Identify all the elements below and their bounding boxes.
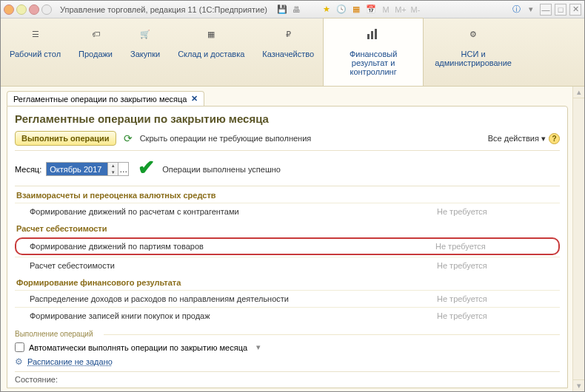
operations-list: Взаиморасчеты и переоценка валютных сред… (15, 186, 560, 324)
op-status: Не требуется (435, 242, 554, 251)
window-button[interactable] (16, 4, 27, 15)
dropdown-icon[interactable]: ▾ (525, 4, 537, 16)
section-fin-result[interactable]: Финансовый результат и контроллинг (323, 18, 424, 86)
section-sales[interactable]: 🏷 Продажи (70, 18, 121, 86)
section-purchases[interactable]: 🛒 Закупки (121, 18, 169, 86)
op-row[interactable]: Формирование движений по расчетам с конт… (15, 203, 560, 220)
refresh-icon[interactable]: ⟳ (122, 132, 134, 144)
tab-label: Регламентные операции по закрытию месяца (13, 95, 187, 104)
op-row[interactable]: Формирование записей книги покупок и про… (15, 307, 560, 324)
op-status: Не требуется (437, 207, 555, 216)
page-title: Регламентные операции по закрытию месяца (15, 112, 560, 125)
group-header: Формирование финансового результата (15, 274, 560, 290)
op-label: Формирование записей книги покупок и про… (30, 311, 437, 320)
op-row-highlighted[interactable]: Формирование движений по партиям товаров… (15, 237, 560, 255)
section-warehouse[interactable]: ▦ Склад и доставка (169, 18, 253, 86)
group-header: Взаиморасчеты и переоценка валютных сред… (15, 186, 560, 203)
status-label: Состояние: (15, 375, 58, 384)
gear-icon: ⚙ (465, 26, 481, 42)
tab-month-close[interactable]: Регламентные операции по закрытию месяца… (7, 91, 204, 106)
run-ops-button[interactable]: Выполнить операции (15, 131, 116, 146)
command-bar: Выполнить операции ⟳ Скрыть операции не … (15, 131, 560, 151)
separator (306, 4, 318, 16)
group-header: Расчет себестоимости (15, 220, 560, 236)
print-icon[interactable]: 🖶 (291, 4, 303, 16)
op-row[interactable]: Распределение доходов и расходов по напр… (15, 290, 560, 307)
gear-icon: ⚙ (15, 356, 23, 367)
op-row[interactable]: Расчет себестоимости Не требуется (15, 257, 560, 274)
m-minus-icon[interactable]: M- (410, 4, 421, 16)
m-icon[interactable]: M (380, 4, 392, 16)
window-button[interactable] (4, 4, 14, 15)
ruble-icon: ₽ (280, 26, 296, 42)
section-desktop[interactable]: ☰ Рабочий стол (1, 18, 70, 86)
minimize-button[interactable]: — (540, 4, 552, 16)
month-spinner[interactable]: ▲▼ (107, 163, 118, 175)
schedule-link[interactable]: Расписание не задано (27, 357, 113, 366)
boxes-icon: ▦ (203, 26, 219, 42)
op-status: Не требуется (437, 261, 555, 270)
op-label: Формирование движений по партиям товаров (30, 242, 435, 251)
op-label: Расчет себестоимости (30, 261, 437, 270)
month-choose-button[interactable]: … (118, 163, 128, 175)
op-label: Распределение доходов и расходов по напр… (30, 294, 437, 303)
page-body: Регламентные операции по закрытию месяца… (7, 106, 568, 388)
op-status: Не требуется (437, 294, 555, 303)
m-plus-icon[interactable]: M+ (395, 4, 407, 16)
info-icon[interactable]: ⓘ (510, 4, 522, 16)
content-area: ▴ ▾ Регламентные операции по закрытию ме… (1, 87, 584, 391)
dropdown-icon[interactable]: ▾ (256, 342, 261, 352)
save-icon[interactable]: 💾 (276, 4, 288, 16)
success-check-icon: ✔ (138, 155, 155, 180)
scroll-down-icon[interactable]: ▾ (573, 379, 584, 391)
tag-icon: 🏷 (87, 26, 104, 42)
auto-run-label: Автоматически выполнять операции по закр… (29, 343, 247, 352)
op-status: Не требуется (437, 311, 555, 320)
app-window: Управление торговлей, редакция 11 (1С:Пр… (0, 0, 585, 392)
svg-rect-2 (375, 29, 377, 39)
footer-group-label: Выполнение операций (15, 330, 560, 338)
maximize-button[interactable]: □ (555, 4, 566, 16)
window-title: Управление торговлей, редакция 11 (1С:Пр… (60, 5, 267, 14)
auto-run-checkbox[interactable] (15, 342, 24, 352)
hide-ops-link[interactable]: Скрыть операции не требующие выполнения (140, 134, 312, 143)
month-label: Месяц: (15, 165, 41, 174)
status-message: Операции выполнены успешно (162, 165, 281, 174)
titlebar: Управление торговлей, редакция 11 (1С:Пр… (1, 1, 584, 18)
star-icon[interactable]: ★ (321, 4, 332, 16)
tab-close-icon[interactable]: ✕ (191, 94, 198, 104)
calendar-icon[interactable]: 📅 (365, 4, 377, 16)
op-label: Формирование движений по расчетам с конт… (30, 207, 437, 216)
svg-rect-0 (367, 34, 370, 39)
all-actions-menu[interactable]: Все действия ▾ (488, 134, 546, 143)
section-nsi[interactable]: ⚙ НСИ и администрирование (424, 18, 523, 86)
scroll-up-icon[interactable]: ▴ (573, 87, 584, 98)
svg-rect-1 (371, 31, 373, 39)
section-treasury[interactable]: ₽ Казначейство (253, 18, 323, 86)
cart-icon: 🛒 (137, 26, 153, 42)
help-icon[interactable]: ? (549, 133, 560, 144)
chart-icon (365, 26, 381, 42)
month-row: Месяц: ▲▼ … ✔ Операции выполнены успешно (15, 158, 560, 180)
tab-strip: Регламентные операции по закрытию месяца… (7, 91, 578, 106)
close-button[interactable]: ✕ (569, 4, 581, 16)
month-input[interactable] (47, 163, 107, 175)
schedule-row: ⚙ Расписание не задано (15, 356, 560, 367)
window-button[interactable] (41, 4, 52, 15)
auto-run-row: Автоматически выполнять операции по закр… (15, 342, 560, 352)
month-field-wrap: ▲▼ … (46, 162, 129, 176)
statusbar: Состояние: (15, 371, 560, 384)
menu-icon: ☰ (27, 26, 44, 42)
system-toolbar: 💾 🖶 ★ 🕓 ▦ 📅 M M+ M- (276, 4, 421, 16)
calc-icon[interactable]: ▦ (350, 4, 362, 16)
window-button[interactable] (29, 4, 39, 15)
section-panel: ☰ Рабочий стол 🏷 Продажи 🛒 Закупки ▦ Скл… (1, 18, 584, 87)
history-icon[interactable]: 🕓 (335, 4, 347, 16)
scrollbar[interactable]: ▴ ▾ (572, 87, 584, 391)
